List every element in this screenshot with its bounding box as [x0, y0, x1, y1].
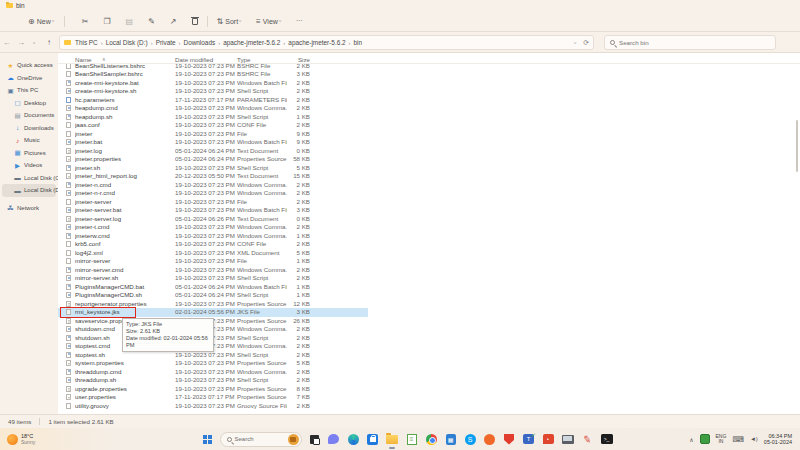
- column-header-name[interactable]: Name: [75, 56, 92, 63]
- clock[interactable]: 06:34 PM 05-01-2024: [764, 433, 792, 446]
- touch-keyboard-icon[interactable]: ⌨: [732, 435, 744, 444]
- file-row[interactable]: rmi_keystore.jks02-01-2024 05:56 PMJKS F…: [58, 308, 368, 317]
- cut-button[interactable]: ✂: [78, 15, 93, 28]
- file-row[interactable]: mirror-server19-10-2023 07:23 PMFile1 KB: [58, 257, 368, 266]
- file-row[interactable]: mirror-server.sh19-10-2023 07:23 PMShell…: [58, 274, 368, 283]
- refresh-icon[interactable]: ⟳: [583, 39, 589, 47]
- column-header-size[interactable]: Size: [288, 56, 310, 63]
- search-input[interactable]: [619, 39, 759, 46]
- breadcrumb-segment[interactable]: Downloads: [182, 38, 218, 47]
- sidebar-item-local-disk-d-[interactable]: ▬Local Disk (D:): [2, 184, 56, 197]
- weather-widget[interactable]: 18°C Sunny: [0, 433, 200, 445]
- file-row[interactable]: PluginsManagerCMD.sh05-01-2024 06:24 PMS…: [58, 291, 368, 300]
- file-row[interactable]: jmeter-n-r.cmd19-10-2023 07:23 PMWindows…: [58, 189, 368, 198]
- sidebar-item-this-pc[interactable]: ▣This PC: [2, 84, 56, 97]
- file-row[interactable]: threaddump.sh19-10-2023 07:23 PMShell Sc…: [58, 376, 368, 385]
- taskbar-search[interactable]: Search: [220, 432, 302, 447]
- store-button[interactable]: [366, 432, 380, 446]
- file-row[interactable]: PluginsManagerCMD.bat05-01-2024 06:24 PM…: [58, 283, 368, 292]
- file-row[interactable]: jmeter-server.log05-01-2024 06:26 PMText…: [58, 215, 368, 224]
- copy-button[interactable]: ❐: [99, 15, 114, 28]
- sidebar-item-music[interactable]: ♪Music: [2, 134, 56, 147]
- file-row[interactable]: hc.parameters17-11-2023 07:17 PMPARAMETE…: [58, 96, 368, 105]
- monitor-app-button[interactable]: [561, 432, 575, 446]
- breadcrumb-segment[interactable]: apache-jmeter-5.6.2: [221, 38, 282, 47]
- sidebar-item-quick-access[interactable]: ★Quick access: [2, 59, 56, 72]
- breadcrumb-segment[interactable]: bin: [352, 38, 365, 47]
- orange-app-button[interactable]: [483, 432, 497, 446]
- share-button[interactable]: ↗: [166, 15, 181, 28]
- file-row[interactable]: jmeter.bat19-10-2023 07:23 PMWindows Bat…: [58, 138, 368, 147]
- file-row[interactable]: reportgenerator.properties19-10-2023 07:…: [58, 300, 368, 309]
- sidebar-item-videos[interactable]: ▶Videos: [2, 159, 56, 172]
- teams-app-button[interactable]: T: [522, 432, 536, 446]
- forward-button[interactable]: →: [14, 38, 28, 47]
- file-row[interactable]: jmeter.sh19-10-2023 07:23 PMShell Script…: [58, 164, 368, 173]
- sidebar-item-downloads[interactable]: ↓Downloads: [2, 122, 56, 135]
- sort-button[interactable]: ⇅ Sort ›: [213, 15, 247, 28]
- sidebar-item-documents[interactable]: ▤Documents: [2, 109, 56, 122]
- file-row[interactable]: heapdump.sh19-10-2023 07:23 PMShell Scri…: [58, 113, 368, 122]
- file-row[interactable]: jmeter_html_report.log20-12-2023 05:50 P…: [58, 172, 368, 181]
- file-row[interactable]: jmeter19-10-2023 07:23 PMFile9 KB: [58, 130, 368, 139]
- tray-app-icon[interactable]: [700, 434, 710, 444]
- task-view-button[interactable]: [307, 432, 321, 446]
- file-row[interactable]: jmeter-server19-10-2023 07:23 PMFile2 KB: [58, 198, 368, 207]
- sidebar-item-onedrive[interactable]: ☁OneDrive: [2, 72, 56, 85]
- file-row[interactable]: jmeter.properties05-01-2024 06:24 PMProp…: [58, 155, 368, 164]
- hidden-icons-chevron[interactable]: ∧: [689, 436, 693, 443]
- file-row[interactable]: jaas.conf19-10-2023 07:23 PMCONF File2 K…: [58, 121, 368, 130]
- skype-button[interactable]: S: [463, 432, 477, 446]
- red-chat-app-button[interactable]: •: [541, 432, 555, 446]
- paste-button[interactable]: ▤: [122, 15, 138, 28]
- sidebar-item-network[interactable]: 🖧Network: [2, 202, 56, 215]
- breadcrumb-segment[interactable]: Local Disk (D:): [104, 38, 150, 47]
- rename-button[interactable]: ✎: [144, 15, 159, 28]
- delete-button[interactable]: [188, 15, 202, 27]
- file-row[interactable]: create-rmi-keystore.bat19-10-2023 07:23 …: [58, 79, 368, 88]
- edge-button[interactable]: [346, 432, 360, 446]
- volume-icon[interactable]: ◄): [750, 436, 758, 442]
- back-button[interactable]: ←: [0, 38, 14, 47]
- address-bar[interactable]: This PC›Local Disk (D:)›Private›Download…: [59, 35, 594, 50]
- file-row[interactable]: create-rmi-keystore.sh19-10-2023 07:23 P…: [58, 87, 368, 96]
- terminal-button[interactable]: >_: [600, 432, 614, 446]
- file-row[interactable]: mirror-server.cmd19-10-2023 07:23 PMWind…: [58, 266, 368, 275]
- sidebar-item-desktop[interactable]: ▢Desktop: [2, 97, 56, 110]
- file-row[interactable]: jmeter-server.bat19-10-2023 07:23 PMWind…: [58, 206, 368, 215]
- vertical-scrollbar[interactable]: [796, 120, 799, 172]
- file-row[interactable]: jmeter-n.cmd19-10-2023 07:23 PMWindows C…: [58, 181, 368, 190]
- chrome-button[interactable]: [424, 432, 438, 446]
- file-row[interactable]: BeanShellSampler.bshrc19-10-2023 07:23 P…: [58, 70, 368, 79]
- column-header-type[interactable]: Type: [237, 56, 250, 63]
- calculator-app-button[interactable]: ▦: [444, 432, 458, 446]
- new-button[interactable]: ⊕ New ›: [24, 15, 59, 28]
- file-row[interactable]: upgrade.properties19-10-2023 07:23 PMPro…: [58, 385, 368, 394]
- view-button[interactable]: ≡ View ›: [252, 15, 286, 28]
- file-row[interactable]: heapdump.cmd19-10-2023 07:23 PMWindows C…: [58, 104, 368, 113]
- language-indicator[interactable]: ENG IN: [716, 434, 727, 445]
- breadcrumb-segment[interactable]: This PC: [73, 38, 100, 47]
- up-button[interactable]: ↑: [42, 38, 56, 47]
- green-document-app-button[interactable]: ≡: [405, 432, 419, 446]
- file-row[interactable]: utility.groovy19-10-2023 07:23 PMGroovy …: [58, 402, 368, 411]
- pen-app-button[interactable]: ✎: [580, 432, 594, 446]
- file-row[interactable]: jmeter.log05-01-2024 06:24 PMText Docume…: [58, 147, 368, 156]
- breadcrumb-segment[interactable]: apache-jmeter-5.6.2: [286, 38, 347, 47]
- file-row[interactable]: system.properties19-10-2023 07:23 PMProp…: [58, 359, 368, 368]
- sidebar-item-pictures[interactable]: ▦Pictures: [2, 147, 56, 160]
- recent-locations-button[interactable]: ›: [28, 38, 42, 47]
- column-header-date-modified[interactable]: Date modified: [175, 56, 213, 63]
- file-explorer-button[interactable]: [385, 432, 399, 446]
- file-row[interactable]: log4j2.xml19-10-2023 07:23 PMXML Documen…: [58, 249, 368, 258]
- more-options-button[interactable]: ⋯: [292, 15, 307, 27]
- chat-button[interactable]: [327, 432, 341, 446]
- address-dropdown-icon[interactable]: ›: [573, 42, 579, 44]
- sidebar-item-local-disk-c-[interactable]: ▬Local Disk (C:): [2, 172, 56, 185]
- search-box[interactable]: [604, 35, 776, 50]
- file-row[interactable]: user.properties17-11-2023 07:17 PMProper…: [58, 393, 368, 402]
- file-row[interactable]: krb5.conf19-10-2023 07:23 PMCONF File2 K…: [58, 240, 368, 249]
- breadcrumb-segment[interactable]: Private: [154, 38, 178, 47]
- file-row[interactable]: jmeterw.cmd19-10-2023 07:23 PMWindows Co…: [58, 232, 368, 241]
- file-row[interactable]: threaddump.cmd19-10-2023 07:23 PMWindows…: [58, 368, 368, 377]
